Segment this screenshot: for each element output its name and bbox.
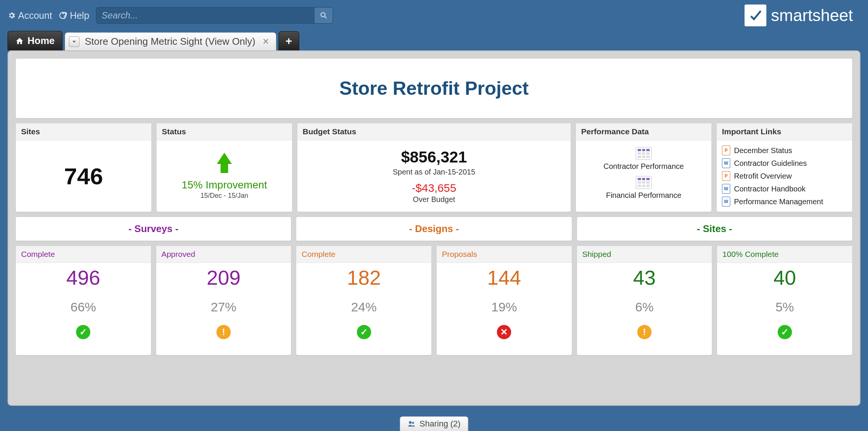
link-item[interactable]: WContractor Handbook [717,182,852,195]
link-item[interactable]: PRetrofit Overview [717,170,852,182]
metric-value: 182 [347,266,381,289]
budget-delta: -$43,655 [412,182,456,194]
search-icon [320,11,328,20]
svg-point-1 [321,13,325,17]
dashboard-panel: Store Retrofit Project Sites 746 Status … [8,50,860,406]
status-ok-icon: ✓ [76,325,90,339]
section-surveys: - Surveys - [16,217,291,241]
metrics-row: Complete 496 66% ✓ Approved 209 27% ! Co… [16,246,852,355]
tab-bar: Home Store Opening Metric Sight (View On… [0,31,868,50]
sheet-icon[interactable] [636,176,652,189]
account-link[interactable]: Account [8,10,52,21]
metric-value: 209 [207,266,241,289]
metric-value: 144 [487,266,521,289]
sheet-icon[interactable] [636,147,652,160]
perf-link-financial[interactable]: Financial Performance [606,191,681,200]
metric-value: 40 [774,266,796,289]
people-icon [408,420,416,428]
home-icon [15,37,24,45]
account-label: Account [18,10,52,21]
link-item[interactable]: WPerformance Management [717,195,852,208]
widget-links: Important Links PDecember Status WContra… [717,123,852,212]
metric-label: 100% Complete [717,246,852,263]
perf-link-contractor[interactable]: Contractor Performance [603,162,684,171]
widget-links-title: Important Links [717,123,852,140]
ppt-icon: P [722,146,730,155]
doc-icon: W [722,197,730,206]
metric-label: Complete [296,246,431,263]
links-list: PDecember Status WContractor Guidelines … [717,140,852,212]
link-item[interactable]: PDecember Status [717,144,852,157]
status-warn-icon: ! [637,325,652,339]
tab-home[interactable]: Home [8,31,62,50]
help-link[interactable]: ? Help [59,10,89,21]
doc-icon: W [722,158,730,168]
logo-text: smartsheet [771,6,853,25]
metric-sites-complete: 100% Complete 40 5% ✓ [717,246,852,355]
metric-pct: 6% [635,300,653,314]
widget-budget: Budget Status $856,321 Spent as of Jan-1… [297,123,571,212]
metric-value: 43 [633,266,656,289]
widget-budget-title: Budget Status [297,123,571,140]
status-ok-icon: ✓ [778,325,792,339]
metric-label: Shipped [577,246,712,263]
search-input[interactable] [96,7,315,24]
tab-close-button[interactable]: ✕ [261,37,271,47]
tab-current-label: Store Opening Metric Sight (View Only) [85,36,255,47]
widget-status: Status 15% Improvement 15/Dec - 15/Jan [157,123,292,212]
sharing-button[interactable]: Sharing (2) [400,416,469,431]
metric-label: Approved [156,246,291,263]
status-headline: 15% Improvement [181,179,267,191]
doc-icon: W [722,184,730,194]
section-sites: - Sites - [577,217,852,241]
metric-pct: 27% [211,300,236,314]
tab-dropdown[interactable] [69,36,79,47]
tab-add-button[interactable]: + [279,31,300,50]
status-bad-icon: ✕ [497,325,511,339]
sites-value: 746 [64,163,103,190]
metric-label: Complete [16,246,151,263]
widgets-row: Sites 746 Status 15% Improvement 15/Dec … [16,123,852,212]
metric-value: 496 [66,266,100,289]
widget-sites-title: Sites [16,123,151,140]
budget-over-label: Over Budget [413,195,455,204]
tab-home-label: Home [27,35,55,47]
sharing-label: Sharing (2) [420,419,461,429]
section-headers-row: - Surveys - - Designs - - Sites - [16,217,852,241]
topbar-left: Account ? Help [8,7,333,24]
svg-point-4 [412,422,414,424]
link-item[interactable]: WContractor Guidelines [717,157,852,170]
budget-amount: $856,321 [401,148,467,166]
metric-pct: 5% [775,300,794,314]
widget-status-title: Status [157,123,292,140]
search-button[interactable] [315,8,333,23]
tab-current[interactable]: Store Opening Metric Sight (View Only) ✕ [65,32,276,50]
budget-spent-label: Spent as of Jan-15-2015 [393,168,475,176]
metric-designs-proposals: Proposals 144 19% ✕ [437,246,572,355]
logo-mark [745,5,766,26]
metric-pct: 66% [70,300,96,314]
widget-performance-title: Performance Data [576,123,711,140]
status-ok-icon: ✓ [357,325,371,339]
metric-surveys-complete: Complete 496 66% ✓ [16,246,151,355]
metric-label: Proposals [437,246,572,263]
help-label: Help [70,10,89,21]
arrow-up-icon [217,153,232,164]
ppt-icon: P [722,171,730,181]
svg-line-2 [325,17,327,18]
topbar: Account ? Help smartsheet [0,0,868,29]
search-box [96,7,333,24]
section-designs: - Designs - [296,217,571,241]
metric-designs-complete: Complete 182 24% ✓ [296,246,431,355]
status-range: 15/Dec - 15/Jan [200,192,248,200]
widget-performance: Performance Data Contractor Performance … [576,123,711,212]
page-title: Store Retrofit Project [16,59,852,118]
metric-pct: 19% [491,300,517,314]
svg-point-3 [409,421,411,424]
metric-sites-shipped: Shipped 43 6% ! [577,246,712,355]
gear-icon [8,11,16,20]
chevron-down-icon [72,39,76,44]
widget-sites: Sites 746 [16,123,151,212]
metric-surveys-approved: Approved 209 27% ! [156,246,291,355]
logo: smartsheet [745,5,853,26]
